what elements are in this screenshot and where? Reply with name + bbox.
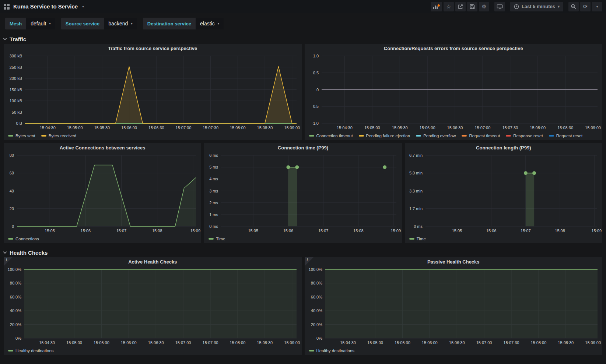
variable-destination-service-value[interactable]: elastic ▾	[196, 18, 224, 29]
traffic-source-chart[interactable]: 0 B50 kB100 kB150 kB200 kB250 kB300 kB15…	[4, 53, 302, 131]
legend-item[interactable]: Connection timeout	[309, 134, 353, 138]
svg-text:15:05:00: 15:05:00	[66, 340, 82, 345]
svg-text:40: 40	[10, 189, 14, 193]
variable-source-service-label: Source service	[61, 18, 104, 29]
svg-text:15:05:00: 15:05:00	[367, 340, 383, 345]
svg-text:0 ms: 0 ms	[209, 224, 218, 229]
svg-text:15:07:30: 15:07:30	[203, 126, 218, 130]
legend-item[interactable]: Bytes sent	[8, 134, 35, 138]
variable-mesh-label: Mesh	[5, 18, 26, 29]
legend-item[interactable]: Request timeout	[462, 134, 500, 138]
svg-text:15:05:00: 15:05:00	[67, 126, 83, 130]
svg-text:20: 20	[10, 206, 14, 211]
zoom-out-icon	[571, 4, 577, 10]
svg-text:15:05: 15:05	[452, 229, 462, 233]
panel-info-corner[interactable]	[305, 257, 313, 266]
variable-mesh-value[interactable]: default ▾	[26, 18, 55, 29]
legend-swatch	[416, 135, 421, 137]
panel-title[interactable]: Connection length (P99)	[405, 143, 602, 152]
legend: Time	[204, 234, 402, 243]
add-panel-button[interactable]	[431, 2, 442, 11]
add-panel-icon	[433, 4, 440, 10]
legend-item[interactable]: Bytes received	[41, 134, 76, 138]
svg-text:15:09: 15:09	[190, 229, 200, 233]
cycle-view-mode-button[interactable]	[494, 2, 505, 11]
svg-text:15:06:00: 15:06:00	[419, 126, 435, 130]
svg-text:-0.5: -0.5	[312, 104, 319, 109]
panel-title[interactable]: Active Health Checks	[4, 257, 302, 266]
grafana-apps-icon[interactable]	[4, 4, 10, 10]
legend-item[interactable]: Connections	[8, 237, 39, 241]
svg-text:15:09: 15:09	[391, 229, 401, 233]
legend-item[interactable]: Request reset	[549, 134, 583, 138]
svg-text:20.0%: 20.0%	[10, 322, 21, 327]
refresh-interval-dropdown[interactable]: ▾	[592, 2, 602, 11]
svg-text:60.0%: 60.0%	[311, 295, 322, 299]
legend-swatch	[359, 135, 364, 137]
connection-time-chart[interactable]: 0 ms1 ms2 ms3 ms4 ms5 ms6 ms15:0515:0615…	[204, 152, 402, 234]
legend-item[interactable]: Healthy destinations	[8, 349, 54, 353]
share-dashboard-button[interactable]	[455, 2, 466, 11]
dashboard-settings-button[interactable]: ⚙	[479, 2, 489, 11]
legend-swatch	[309, 350, 314, 351]
svg-text:15:07:00: 15:07:00	[474, 126, 490, 130]
svg-text:15:06:30: 15:06:30	[447, 126, 463, 130]
svg-text:80: 80	[10, 153, 14, 158]
save-dashboard-button[interactable]	[467, 2, 477, 11]
refresh-icon: ⟳	[583, 3, 588, 10]
panel-active-health-checks: i Active Health Checks 0%20.0%40.0%60.0%…	[4, 257, 302, 355]
svg-text:80.0%: 80.0%	[311, 281, 322, 285]
connection-length-chart[interactable]: 0 ms1.7 min3.3 min5.0 min6.7 min15:0515:…	[405, 152, 602, 234]
row-header-health-checks[interactable]: Health Checks	[0, 248, 606, 257]
panel-title[interactable]: Passive Health Checks	[305, 257, 603, 266]
time-range-label: Last 5 minutes	[522, 4, 555, 9]
svg-text:15:09:00: 15:09:00	[585, 126, 601, 130]
svg-text:15:07:30: 15:07:30	[503, 340, 519, 345]
variable-source-service-selected: backend	[108, 21, 128, 26]
passive-health-checks-chart[interactable]: 0%20.0%40.0%60.0%80.0%100.0%15:04:3015:0…	[305, 266, 603, 346]
svg-text:15:09: 15:09	[591, 229, 602, 233]
panel-title[interactable]: Active Connections between services	[4, 143, 201, 152]
svg-text:15:08:30: 15:08:30	[557, 126, 573, 130]
legend: Healthy destinations	[4, 346, 302, 355]
svg-text:15:07: 15:07	[318, 229, 329, 233]
legend-item[interactable]: Response reset	[506, 134, 543, 138]
panel-info-corner[interactable]	[4, 257, 13, 266]
legend-item[interactable]: Time	[409, 237, 426, 241]
svg-text:0.5: 0.5	[313, 71, 318, 75]
svg-text:15:09:00: 15:09:00	[284, 126, 300, 130]
time-range-picker[interactable]: Last 5 minutes ▾	[510, 2, 563, 11]
active-connections-chart[interactable]: 02040608015:0515:0615:0715:0815:09	[4, 152, 201, 234]
chevron-down-icon	[3, 36, 7, 40]
star-dashboard-button[interactable]: ☆	[444, 2, 454, 11]
svg-text:3.3 min: 3.3 min	[409, 189, 423, 193]
panel-title[interactable]: Traffic from source service perspective	[4, 44, 302, 53]
variable-mesh-selected: default	[31, 21, 46, 26]
dashboard-title[interactable]: Kuma Service to Service	[13, 3, 78, 10]
legend-item[interactable]: Time	[209, 237, 225, 241]
svg-text:15:04:30: 15:04:30	[340, 340, 356, 345]
legend-swatch	[506, 135, 511, 137]
row-title: Traffic	[10, 36, 26, 42]
panel-title[interactable]: Connection/Requests errors from source s…	[305, 44, 603, 53]
variable-source-service-value[interactable]: backend ▾	[104, 18, 137, 29]
legend-item[interactable]: Healthy destinations	[309, 349, 355, 353]
share-icon	[458, 4, 463, 10]
svg-text:15:05: 15:05	[248, 229, 259, 233]
refresh-button[interactable]: ⟳	[580, 2, 591, 11]
legend-item[interactable]: Pending overflow	[416, 134, 456, 138]
row-header-traffic[interactable]: Traffic	[0, 34, 606, 44]
svg-text:80.0%: 80.0%	[10, 281, 21, 285]
svg-text:6 ms: 6 ms	[209, 153, 218, 158]
connection-errors-chart[interactable]: -1.0-0.500.51.015:04:3015:05:0015:05:301…	[305, 53, 603, 131]
svg-text:15:07:00: 15:07:00	[175, 340, 191, 345]
legend-item[interactable]: Pending failure ejection	[359, 134, 410, 138]
active-health-checks-chart[interactable]: 0%20.0%40.0%60.0%80.0%100.0%15:04:3015:0…	[4, 266, 302, 346]
svg-text:15:07:30: 15:07:30	[203, 340, 218, 345]
time-range-caret-icon: ▾	[558, 4, 560, 8]
panel-title[interactable]: Connection time (P99)	[204, 143, 402, 152]
zoom-out-time-button[interactable]	[568, 2, 579, 11]
svg-text:0: 0	[316, 88, 318, 92]
dashboard-title-caret-icon[interactable]: ▾	[82, 4, 84, 8]
svg-text:15:08:30: 15:08:30	[257, 340, 273, 345]
